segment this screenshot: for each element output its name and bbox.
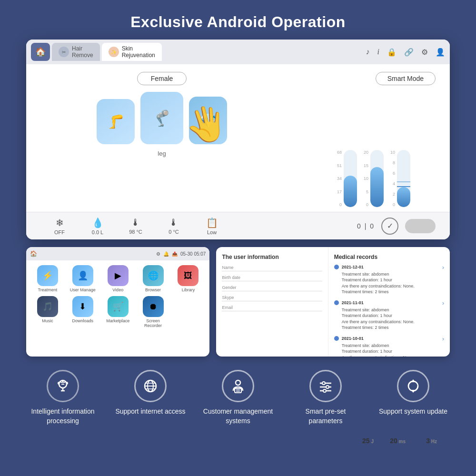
gender-badge[interactable]: Female — [137, 72, 187, 85]
selected-part-label: leg — [158, 150, 166, 157]
features-section: Intelligent information processing Suppo… — [0, 360, 476, 433]
user-form-title: The user information — [222, 254, 322, 260]
slider-ms-ticks: 20151050 — [364, 150, 368, 207]
android-share-icon[interactable]: 📤 — [172, 251, 178, 257]
app-screen-recorder[interactable]: ⏺ Screen Recorder — [138, 296, 169, 328]
svg-point-14 — [322, 382, 325, 385]
slider-j[interactable]: 685134170 — [337, 150, 357, 207]
device-screen: 🏠 ✂ HairRemove ✨ SkinRejuvenation ♪ i 🔒 … — [26, 40, 450, 239]
settings-icon[interactable]: ⚙ — [421, 48, 428, 57]
record-dot-2 — [334, 300, 339, 305]
hand-pointer: 🖐 — [183, 101, 230, 147]
sliders-container: 685134170 25 J 20151050 — [307, 92, 440, 207]
right-panel: Smart Mode 685134170 25 J — [298, 64, 450, 212]
lock-icon[interactable]: 🔒 — [387, 48, 397, 57]
body-part-armpit[interactable]: 🦵 — [97, 99, 135, 144]
app-treatment[interactable]: ⚡ Treatment — [32, 265, 63, 292]
app-music[interactable]: 🎵 Music — [32, 296, 63, 328]
record-arrow-2[interactable]: › — [442, 300, 444, 331]
intelligent-icon — [47, 370, 79, 402]
check-button[interactable]: ✓ — [381, 218, 398, 235]
android-app-grid: ⚡ Treatment 👤 User Manage ▶ Video 🌐 Brow… — [26, 260, 209, 333]
svg-point-18 — [323, 389, 326, 392]
left-panel: Female 🦵 🦿 💎 leg 🖐 — [26, 64, 298, 212]
page-title: Exclusive Android Operation — [130, 13, 346, 30]
slider-hz[interactable]: 1086420 — [390, 150, 410, 207]
record-content-2: 2021-11-01 Treatment site: abdomen Treat… — [342, 300, 415, 331]
slider-j-ticks: 685134170 — [337, 150, 342, 207]
power-icon: 📋 — [206, 217, 218, 228]
slider-ms[interactable]: 20151050 — [364, 150, 384, 207]
svg-rect-10 — [235, 388, 241, 393]
app-video[interactable]: ▶ Video — [102, 265, 134, 292]
android-nav-bar: 🏠 ⚙ 🔔 📤 05-30 05:07 — [26, 247, 209, 260]
medical-record-1[interactable]: 2021-12-01 Treatment site: abdomen Treat… — [334, 264, 444, 295]
lower-section: 🏠 ⚙ 🔔 📤 05-30 05:07 ⚡ Treatment 👤 User M… — [26, 247, 450, 357]
bottom-item-temp1: 🌡 98 °C — [117, 217, 155, 235]
record-content-1: 2021-12-01 Treatment site: abdomen Treat… — [342, 264, 415, 295]
field-name: Name — [222, 265, 322, 271]
svg-point-3 — [62, 381, 64, 382]
medical-record-3[interactable]: 2021-10-01 Treatment site: abdomen Treat… — [334, 336, 444, 357]
feature-preset-label: Smart pre-set parameters — [290, 407, 361, 426]
field-skype: Skype — [222, 295, 322, 301]
link-icon[interactable]: 🔗 — [404, 48, 414, 57]
bottom-item-temp2: 🌡 0 °C — [155, 217, 193, 235]
smart-mode-badge[interactable]: Smart Mode — [376, 72, 436, 85]
app-library[interactable]: 🖼 Library — [173, 265, 204, 292]
tab-skin-rejuvenation[interactable]: ✨ SkinRejuvenation — [102, 43, 162, 61]
app-user-manage[interactable]: 👤 User Manage — [67, 265, 99, 292]
bottom-bar: ❄ OFF 💧 0.0 L 🌡 98 °C 🌡 0 °C 📋 Low 0 | — [26, 212, 450, 239]
user-icon[interactable]: 👤 — [436, 48, 445, 57]
tab-skin-rejuvenation-icon: ✨ — [109, 47, 119, 57]
field-birth-date: Birth date — [222, 275, 322, 281]
medical-panel: Medical records 2021-12-01 Treatment sit… — [328, 247, 450, 357]
feature-customer: Customer management systems — [202, 370, 274, 426]
feature-update: Support system update — [377, 370, 449, 426]
slider-hz-ticks: 1086420 — [390, 150, 395, 207]
user-form-panel: The user information Name Birth date Gen… — [216, 247, 328, 357]
toggle-switch[interactable] — [405, 219, 436, 233]
app-browser[interactable]: 🌐 Browser — [138, 265, 169, 292]
music-icon[interactable]: ♪ — [366, 48, 370, 56]
temp1-icon: 🌡 — [131, 217, 140, 228]
android-settings-icon[interactable]: ⚙ — [156, 251, 160, 257]
svg-point-9 — [236, 380, 240, 385]
info-icon[interactable]: i — [377, 48, 379, 56]
temp2-icon: 🌡 — [169, 217, 178, 228]
tab-hair-remove-label: HairRemove — [72, 45, 93, 59]
update-icon — [397, 370, 429, 402]
feature-intelligent: Intelligent information processing — [27, 370, 99, 426]
preset-icon — [309, 370, 342, 402]
feature-customer-label: Customer management systems — [202, 407, 274, 426]
record-arrow-1[interactable]: › — [442, 264, 444, 295]
temp2-label: 0 °C — [169, 229, 179, 235]
medical-record-2[interactable]: 2021-11-01 Treatment site: abdomen Treat… — [334, 300, 444, 331]
cooling-label: OFF — [54, 229, 65, 235]
temp1-label: 98 °C — [129, 229, 142, 235]
svg-point-16 — [326, 386, 329, 388]
user-info-screen: The user information Name Birth date Gen… — [216, 247, 450, 357]
internet-icon — [134, 370, 167, 402]
water-icon: 💧 — [92, 217, 104, 228]
tab-skin-rejuvenation-label: SkinRejuvenation — [122, 45, 155, 59]
body-part-arm[interactable]: 🦿 — [140, 92, 183, 144]
page: Exclusive Android Operation 🏠 ✂ HairRemo… — [0, 0, 476, 476]
record-arrow-3[interactable]: › — [442, 336, 444, 357]
tab-hair-remove-icon: ✂ — [59, 47, 69, 57]
bottom-item-cooling: ❄ OFF — [40, 217, 79, 235]
android-notification-icon[interactable]: 🔔 — [163, 251, 169, 257]
android-screen: 🏠 ⚙ 🔔 📤 05-30 05:07 ⚡ Treatment 👤 User M… — [26, 247, 209, 357]
app-marketplace[interactable]: 🛒 Marketplace — [102, 296, 134, 328]
field-email: Email — [222, 305, 322, 311]
android-datetime: 05-30 05:07 — [180, 251, 206, 257]
nav-bar: 🏠 ✂ HairRemove ✨ SkinRejuvenation ♪ i 🔒 … — [26, 40, 450, 64]
android-home-icon[interactable]: 🏠 — [30, 250, 37, 257]
feature-internet-label: Support internet access — [115, 407, 185, 416]
feature-intelligent-label: Intelligent information processing — [27, 407, 99, 426]
app-downloads[interactable]: ⬇ Downloads — [67, 296, 99, 328]
tab-hair-remove[interactable]: ✂ HairRemove — [52, 43, 100, 61]
page-header: Exclusive Android Operation — [0, 0, 476, 40]
snowflake-icon: ❄ — [56, 217, 64, 228]
home-button[interactable]: 🏠 — [31, 43, 50, 61]
